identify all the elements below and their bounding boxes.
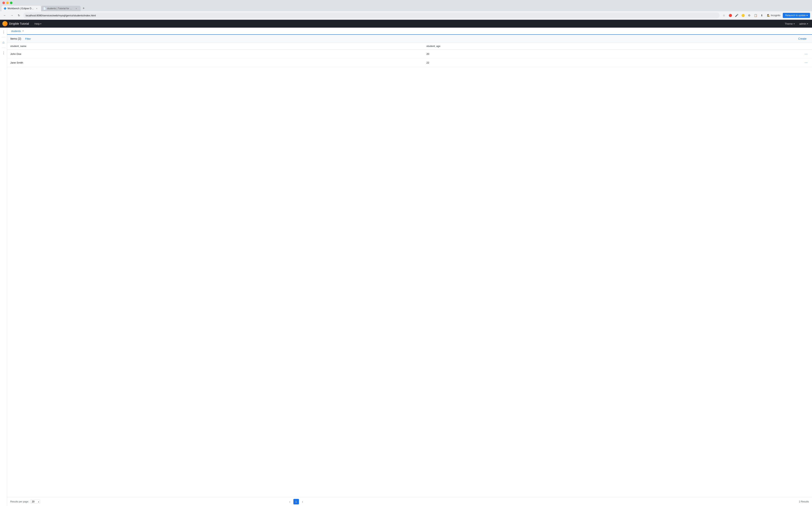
extension-icon-4[interactable]: ⚙ bbox=[746, 13, 752, 18]
relaunch-button[interactable]: Relaunch to update ▾ bbox=[783, 13, 810, 18]
total-results: 2 Results bbox=[799, 500, 809, 503]
students-tab-close[interactable]: × bbox=[22, 29, 24, 33]
forward-button[interactable]: → bbox=[9, 13, 15, 18]
theme-button[interactable]: Theme ▾ bbox=[783, 21, 796, 26]
traffic-lights bbox=[2, 2, 810, 4]
table-row: John Doe20⋯ bbox=[7, 50, 812, 59]
app-logo: 🔶 bbox=[2, 21, 7, 26]
download-button[interactable]: ⬇ bbox=[759, 13, 764, 18]
items-count: Items (2) bbox=[10, 37, 21, 40]
extension-icon-3[interactable]: 🟡 bbox=[740, 13, 746, 18]
admin-label: admin bbox=[799, 22, 806, 25]
extension-icon-2[interactable]: 🎤 bbox=[734, 13, 739, 18]
tab-label-students: students | Tutorial for EDM bbox=[47, 7, 73, 10]
close-window-button[interactable] bbox=[2, 2, 5, 4]
sidebar-divider-2 bbox=[2, 48, 6, 48]
toolbar-icons: ☆ 🔴 🎤 🟡 ⚙ 📋 ⬇ 🕵 Incognito Relaunch to up… bbox=[721, 13, 810, 18]
column-header-actions bbox=[800, 43, 812, 50]
results-per-page-label: Results per page: bbox=[10, 500, 29, 503]
cell-actions-1: ⋯ bbox=[800, 59, 812, 67]
cell-student-age-0: 20 bbox=[423, 50, 800, 59]
cell-student-name-0: John Doe bbox=[7, 50, 423, 59]
tab-close-students[interactable]: × bbox=[75, 7, 78, 10]
left-sidebar: ⋮ ⌂ ⋮ bbox=[0, 28, 7, 506]
help-label: Help bbox=[35, 22, 40, 25]
incognito-label: 🕵 Incognito bbox=[765, 13, 782, 17]
tab-favicon-workbench: 🔷 bbox=[4, 7, 6, 10]
row-action-button-1[interactable]: ⋯ bbox=[803, 60, 809, 65]
admin-button[interactable]: admin ▾ bbox=[798, 21, 810, 26]
per-page-wrapper: 20 50 100 bbox=[30, 500, 40, 504]
back-button[interactable]: ← bbox=[2, 13, 7, 18]
app-title: Dirigible Tutorial bbox=[9, 22, 29, 25]
cell-actions-0: ⋯ bbox=[800, 50, 812, 59]
pagination: ‹ 1 › bbox=[287, 499, 305, 504]
address-field[interactable] bbox=[23, 12, 720, 18]
theme-chevron-icon: ▾ bbox=[794, 23, 795, 25]
content-tab-strip: students × bbox=[7, 28, 812, 35]
column-header-student-name: student_name bbox=[7, 43, 423, 50]
address-bar-row: ← → ↻ ☆ 🔴 🎤 🟡 ⚙ 📋 ⬇ 🕵 Incognito Relaunch… bbox=[0, 11, 812, 20]
maximize-window-button[interactable] bbox=[10, 2, 12, 4]
extension-icon-1[interactable]: 🔴 bbox=[728, 13, 733, 18]
help-menu-item[interactable]: Help ▾ bbox=[33, 21, 43, 26]
relaunch-chevron-icon: ▾ bbox=[806, 14, 808, 17]
new-tab-button[interactable]: + bbox=[81, 5, 87, 11]
main-layout: ⋮ ⌂ ⋮ students × Items (2) Filter Create… bbox=[0, 28, 812, 506]
per-page-select[interactable]: 20 50 100 bbox=[30, 500, 40, 504]
tab-label-workbench: Workbench | Eclipse Dirigible bbox=[7, 7, 34, 10]
reload-button[interactable]: ↻ bbox=[16, 13, 22, 18]
students-table: student_name student_age John Doe20⋯Jane… bbox=[7, 43, 812, 67]
prev-page-button[interactable]: ‹ bbox=[287, 499, 292, 504]
cell-student-age-1: 22 bbox=[423, 59, 800, 67]
content-header: Items (2) Filter Create bbox=[7, 35, 812, 43]
sidebar-icon-menu[interactable]: ⋮ bbox=[1, 29, 6, 35]
theme-label: Theme bbox=[785, 22, 793, 25]
browser-tab-workbench[interactable]: 🔷 Workbench | Eclipse Dirigible × bbox=[2, 6, 41, 11]
tab-close-workbench[interactable]: × bbox=[35, 7, 38, 10]
incognito-text: Incognito bbox=[771, 14, 781, 17]
page-1-button[interactable]: 1 bbox=[293, 499, 299, 504]
next-page-button[interactable]: › bbox=[300, 499, 305, 504]
results-per-page: Results per page: 20 50 100 bbox=[10, 500, 40, 504]
admin-chevron-icon: ▾ bbox=[807, 23, 808, 25]
cell-student-name-1: Jane Smith bbox=[7, 59, 423, 67]
relaunch-label: Relaunch to update bbox=[785, 14, 806, 17]
sidebar-icon-home[interactable]: ⌂ bbox=[1, 40, 6, 45]
help-chevron-icon: ▾ bbox=[40, 23, 41, 25]
cast-button[interactable]: 📋 bbox=[753, 13, 758, 18]
bookmark-button[interactable]: ☆ bbox=[721, 13, 727, 18]
students-tab[interactable]: students × bbox=[9, 28, 26, 35]
column-header-student-age: student_age bbox=[423, 43, 800, 50]
app-toolbar: 🔶 Dirigible Tutorial Help ▾ Theme ▾ admi… bbox=[0, 20, 812, 28]
students-tab-label: students bbox=[11, 29, 21, 32]
table-container: student_name student_age John Doe20⋯Jane… bbox=[7, 43, 812, 506]
browser-tab-students[interactable]: 📄 students | Tutorial for EDM × bbox=[41, 6, 81, 11]
row-action-button-0[interactable]: ⋯ bbox=[803, 52, 809, 56]
table-row: Jane Smith22⋯ bbox=[7, 59, 812, 67]
content-area: students × Items (2) Filter Create stude… bbox=[7, 28, 812, 506]
create-button[interactable]: Create bbox=[796, 36, 809, 41]
sidebar-icon-grid[interactable]: ⋮ bbox=[1, 50, 6, 56]
tab-favicon-students: 📄 bbox=[43, 7, 46, 10]
browser-tabs-bar: 🔷 Workbench | Eclipse Dirigible × 📄 stud… bbox=[2, 5, 810, 11]
filter-button[interactable]: Filter bbox=[23, 37, 32, 40]
minimize-window-button[interactable] bbox=[6, 2, 9, 4]
content-footer: Results per page: 20 50 100 ‹ 1 › 2 Resu… bbox=[7, 497, 812, 506]
incognito-icon: 🕵 bbox=[767, 14, 770, 17]
browser-chrome: 🔷 Workbench | Eclipse Dirigible × 📄 stud… bbox=[0, 0, 812, 11]
